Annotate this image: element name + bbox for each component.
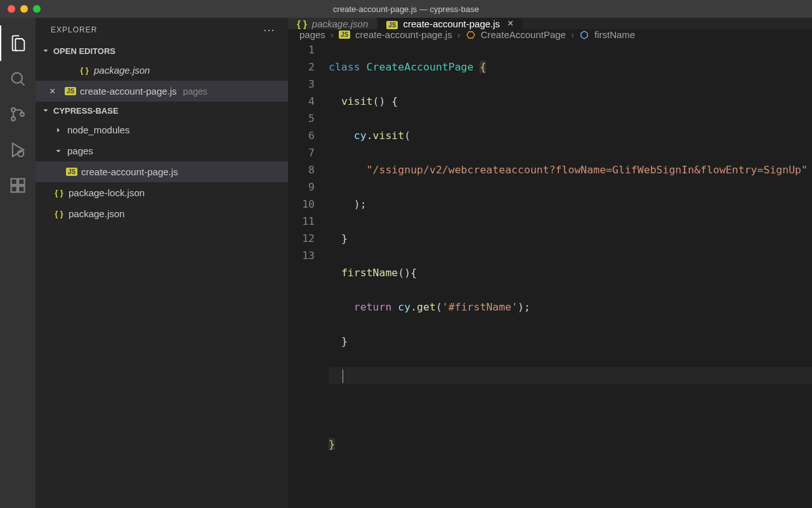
json-icon: { } [53,209,65,218]
minimize-window-button[interactable] [20,5,28,13]
breadcrumb[interactable]: pages › JS create-account-page.js › Crea… [288,29,812,40]
file-name: package-lock.json [69,187,145,198]
chevron-right-icon: › [457,29,461,40]
search-icon[interactable] [0,61,36,97]
sidebar-header: EXPLORER ⋯ [36,18,288,42]
line-gutter: 1 2 3 4 5 6 7 8 9 10 11 12 13 [288,40,329,508]
file-name: package.json [69,208,124,219]
svg-rect-6 [11,186,17,192]
js-icon: JS [66,168,77,176]
svg-rect-7 [18,186,24,192]
open-editor-name: create-account-page.js [80,86,177,97]
open-editor-name: package.json [94,65,150,76]
main-layout: EXPLORER ⋯ OPEN EDITORS { } package.json… [0,18,812,508]
svg-point-2 [11,117,15,121]
class-symbol-icon [466,30,476,40]
file-package-json[interactable]: { } package.json [36,203,288,224]
close-window-button[interactable] [8,5,15,13]
open-editors-label: OPEN EDITORS [53,46,115,56]
code-content[interactable]: class CreateAccountPage { visit() { cy.v… [329,40,812,508]
tab-create-account[interactable]: JS create-account-page.js × [377,18,523,29]
explorer-icon[interactable] [0,25,36,61]
open-editor-item[interactable]: { } package.json [36,60,288,81]
titlebar: create-account-page.js — cypress-base [0,0,812,18]
project-header[interactable]: CYPRESS-BASE [36,102,288,119]
close-tab-icon[interactable]: × [508,18,513,29]
js-icon: JS [386,18,398,29]
chevron-down-icon [41,105,51,116]
tab-label: create-account-page.js [403,18,500,29]
chevron-right-icon: › [571,29,574,40]
code-editor[interactable]: 1 2 3 4 5 6 7 8 9 10 11 12 13 class Crea… [288,40,812,508]
json-icon: { } [79,65,90,75]
folder-name: pages [67,145,93,156]
editor-tabs: { } package.json JS create-account-page.… [288,18,812,29]
tab-package-json[interactable]: { } package.json [288,18,377,29]
traffic-lights [0,5,41,13]
sidebar: EXPLORER ⋯ OPEN EDITORS { } package.json… [36,18,288,508]
chevron-right-icon [53,125,63,135]
svg-point-3 [20,112,24,116]
extensions-icon[interactable] [0,168,36,203]
text-cursor [343,370,343,383]
breadcrumb-member[interactable]: firstName [594,29,635,40]
open-editors-header[interactable]: OPEN EDITORS [36,42,288,60]
debug-icon[interactable] [0,132,36,168]
folder-name: node_modules [67,124,129,135]
chevron-down-icon [41,46,51,56]
editor-pane: { } package.json JS create-account-page.… [288,18,812,508]
breadcrumb-folder[interactable]: pages [299,29,325,40]
file-package-lock[interactable]: { } package-lock.json [36,182,288,203]
sidebar-title: EXPLORER [51,25,97,34]
svg-point-0 [12,73,22,83]
json-icon: { } [297,18,307,29]
sidebar-more-icon[interactable]: ⋯ [263,23,275,37]
chevron-down-icon [53,146,63,156]
breadcrumb-file[interactable]: create-account-page.js [355,29,452,40]
json-icon: { } [53,188,65,197]
folder-node-modules[interactable]: node_modules [36,119,288,140]
activity-bar [0,18,36,508]
project-label: CYPRESS-BASE [53,106,119,116]
open-editor-item[interactable]: × JS create-account-page.js pages [36,81,288,102]
source-control-icon[interactable] [0,97,36,132]
breadcrumb-class[interactable]: CreateAccountPage [481,29,566,40]
maximize-window-button[interactable] [33,5,41,13]
tab-label: package.json [312,18,368,29]
file-name: create-account-page.js [81,166,178,177]
svg-rect-5 [11,179,17,185]
file-create-account[interactable]: JS create-account-page.js [36,161,288,182]
folder-pages[interactable]: pages [36,140,288,161]
window-title: create-account-page.js — cypress-base [333,4,479,14]
close-editor-icon[interactable]: × [49,86,61,97]
svg-rect-8 [18,179,24,185]
open-editor-path: pages [183,86,207,97]
js-icon: JS [65,87,76,95]
js-icon: JS [339,30,350,39]
field-symbol-icon [579,30,589,40]
svg-point-1 [11,108,15,112]
chevron-right-icon: › [331,29,334,40]
